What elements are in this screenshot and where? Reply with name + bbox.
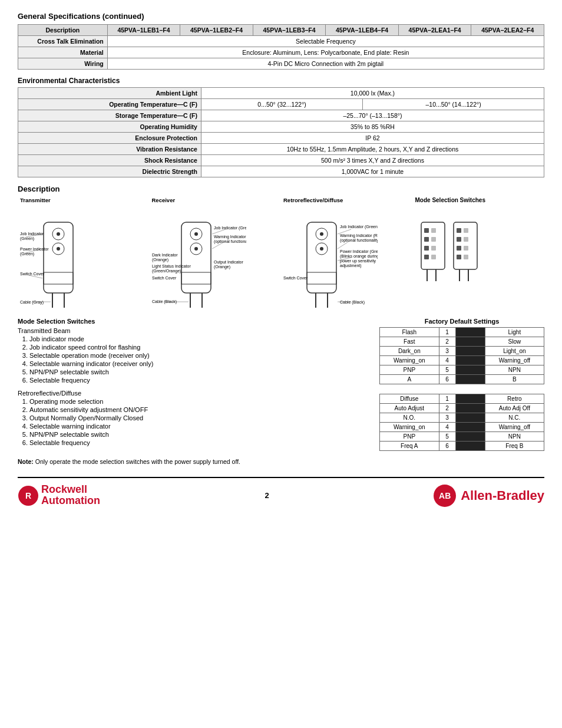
bottom-section: Mode Selection Switches Transmitted Beam…	[18, 318, 544, 451]
row-label-ambient: Ambient Light	[18, 88, 201, 99]
sw-left: N.O.	[380, 413, 439, 423]
sw-num: 4	[439, 423, 455, 432]
sw-num: 1	[439, 394, 455, 404]
factory-settings-section: Factory Default Settings Flash 1 Light F…	[379, 318, 544, 451]
retro-diagram: Retroreflective/Diffuse Job Indicator (G…	[281, 197, 413, 312]
row-label-wiring: Wiring	[18, 58, 108, 70]
svg-rect-62	[424, 228, 429, 233]
mode-selection-title: Mode Selection Switches	[18, 318, 368, 325]
sw-left: Warning_on	[380, 356, 439, 365]
svg-text:Job Indicator: Job Indicator	[20, 232, 44, 236]
svg-text:(Orange): (Orange)	[214, 265, 230, 269]
svg-rect-68	[431, 246, 436, 251]
table-row: Diffuse 1 Retro	[380, 394, 544, 404]
shock-value: 500 m/s² 3 times X,Y and Z directions	[201, 155, 544, 166]
svg-line-27	[212, 229, 226, 234]
table-row: Cross Talk Elimination Selectable Freque…	[18, 36, 544, 47]
section-title: General Specifications (continued)	[18, 12, 544, 21]
table-row: Operating Humidity 35% to 85 %RH	[18, 121, 544, 133]
svg-text:adjustment): adjustment)	[340, 263, 362, 268]
transmitter-diagram: Transmitter Job Indicator (Green)	[18, 197, 150, 312]
svg-text:Warning Indicator (Red): Warning Indicator (Red)	[214, 235, 246, 239]
svg-text:(optional functionality): (optional functionality)	[340, 238, 378, 243]
sw-right: Freq B	[485, 442, 544, 451]
list-item: Job indicator speed control for flashing	[29, 344, 368, 351]
sw-left: Flash	[380, 328, 439, 337]
svg-rect-75	[457, 246, 461, 251]
svg-point-44	[320, 247, 323, 251]
diagram-container: Transmitter Job Indicator (Green)	[18, 197, 544, 312]
svg-point-21	[194, 232, 198, 236]
svg-point-3	[57, 232, 60, 236]
retro-svg: Job Indicator (Green) Warning Indicator …	[283, 205, 378, 311]
svg-text:Switch Cover: Switch Cover	[152, 276, 177, 280]
sw-indicator	[455, 375, 485, 384]
transmitted-beam-list: Job indicator mode Job indicator speed c…	[29, 335, 368, 384]
retro-label: Retroreflective/Diffuse	[283, 197, 411, 203]
sw-left: PNP	[380, 365, 439, 375]
sw-indicator	[455, 423, 485, 432]
svg-text:(optional functionality): (optional functionality)	[214, 239, 246, 244]
sw-num: 2	[439, 337, 455, 347]
list-item: Output Normally Open/Normally Closed	[29, 414, 368, 421]
sw-right: Light	[485, 328, 544, 337]
svg-text:Job Indicator (Green): Job Indicator (Green)	[214, 226, 246, 230]
table-row: Warning_on 4 Warning_off	[380, 423, 544, 432]
svg-text:R: R	[25, 491, 31, 500]
sw-num: 4	[439, 356, 455, 365]
col-header-2: 45PVA–1LEB2–F4	[180, 25, 253, 36]
svg-rect-76	[457, 255, 461, 259]
humidity-value: 35% to 85 %RH	[201, 121, 544, 133]
svg-text:Cable (Gray): Cable (Gray)	[20, 300, 44, 305]
svg-text:power up sensitivity: power up sensitivity	[340, 259, 376, 263]
svg-rect-78	[464, 237, 468, 242]
dielectric-value: 1,000VAC for 1 minute	[201, 166, 544, 177]
page-number: 2	[265, 491, 269, 500]
row-label-cross-talk: Cross Talk Elimination	[18, 36, 108, 47]
sw-left: PNP	[380, 432, 439, 442]
sw-left: Diffuse	[380, 394, 439, 404]
ab-circle-icon: AB	[434, 485, 456, 507]
transmitter-svg: Job Indicator (Green) Power Indicator (G…	[20, 205, 103, 311]
transmitter-label: Transmitter	[20, 197, 147, 203]
svg-text:(Green/Orange): (Green/Orange)	[152, 269, 181, 274]
sw-right: N.C.	[485, 413, 544, 423]
sw-right: Warning_off	[485, 423, 544, 432]
env-title: Environmental Characteristics	[18, 77, 544, 85]
row-label-humidity: Operating Humidity	[18, 121, 201, 133]
svg-text:Cable (Black): Cable (Black)	[340, 300, 365, 305]
table-row: Material Enclosure: Aluminum, Lens: Poly…	[18, 47, 544, 58]
rockwell-line1: Rockwell	[41, 484, 100, 495]
footer: R Rockwell Automation 2 AB Allen-Bradley	[18, 477, 544, 507]
storage-temp-value: –25...70° (–13...158°)	[201, 110, 544, 121]
svg-text:Dark Indicator: Dark Indicator	[152, 253, 178, 257]
svg-rect-45	[307, 272, 336, 284]
wiring-value: 4-Pin DC Micro Connection with 2m pigtai…	[107, 58, 544, 70]
op-temp-value2: –10...50° (14...122°)	[363, 99, 544, 110]
mode-switches-svg	[415, 205, 492, 311]
svg-text:Switch Cover: Switch Cover	[283, 276, 308, 280]
table-row: Flash 1 Light	[380, 328, 544, 337]
table-row: Shock Resistance 500 m/s² 3 times X,Y an…	[18, 155, 544, 166]
env-table: Ambient Light 10,000 lx (Max.) Operating…	[18, 87, 544, 177]
list-item: Automatic sensitivity adjustment ON/OFF	[29, 406, 368, 413]
factory-table-2: Diffuse 1 Retro Auto Adjust 2 Auto Adj O…	[379, 394, 544, 451]
table-row: PNP 5 NPN	[380, 365, 544, 375]
vibration-value: 10Hz to 55Hz, 1.5mm Amplitude, 2 hours, …	[201, 144, 544, 155]
svg-text:Switch Cover: Switch Cover	[20, 272, 45, 276]
sw-indicator	[455, 328, 485, 337]
svg-rect-79	[464, 246, 468, 251]
row-label-storage-temp: Storage Temperature—C (F)	[18, 110, 201, 121]
svg-point-4	[57, 247, 60, 251]
description-section: Description Transmitter Job Indicato	[18, 185, 544, 465]
list-item: Selectable frequency	[29, 439, 368, 446]
mode-switches-diagram: Mode Selection Switches	[413, 197, 545, 312]
svg-text:(Green): (Green)	[20, 252, 34, 256]
factory-table-1: Flash 1 Light Fast 2 Slow Dark_on 3	[379, 327, 544, 384]
svg-rect-73	[457, 228, 461, 233]
svg-text:(Orange): (Orange)	[152, 258, 168, 262]
col-header-5: 45PVA–2LEA1–F4	[398, 25, 471, 36]
svg-rect-80	[464, 255, 468, 259]
list-item: Selectable operation mode (receiver only…	[29, 352, 368, 359]
sw-right: Warning_off	[485, 356, 544, 365]
